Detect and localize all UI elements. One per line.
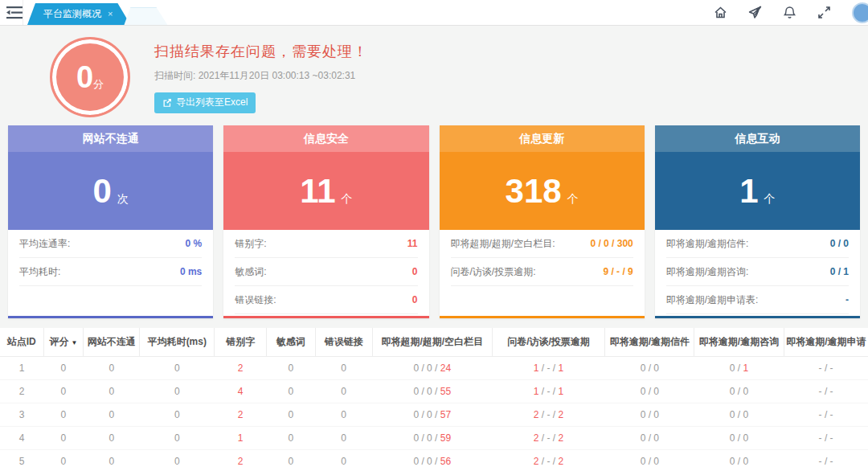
- stat-value: -: [845, 294, 849, 305]
- table-cell: 2: [215, 357, 267, 380]
- table-row: 50002000 / 0 / 562 / - / 20 / 00 / 0- / …: [0, 450, 868, 471]
- card-unit: 个: [764, 192, 776, 207]
- alert-title: 扫描结果存在问题，需要处理！: [154, 42, 368, 61]
- table-cell: - / -: [784, 450, 868, 471]
- table-cell: 2 / - / 2: [492, 427, 604, 450]
- stat-value: 0 / 0 / 300: [590, 238, 633, 249]
- table-cell: 0: [84, 403, 140, 427]
- column-header[interactable]: 错误链接: [315, 328, 372, 357]
- export-label: 导出列表至Excel: [176, 96, 248, 109]
- column-header[interactable]: 错别字: [215, 328, 267, 357]
- card-unit: 个: [567, 192, 579, 207]
- table-cell: 0: [140, 357, 215, 380]
- card-unit: 次: [117, 192, 129, 207]
- table-cell: 1 / - / 1: [492, 357, 604, 380]
- sites-table-wrap: 站点ID评分▼网站不连通平均耗时(ms)错别字敏感词错误链接即将超期/超期/空白…: [0, 328, 868, 471]
- stat-label: 问卷/访谈/投票逾期:: [451, 265, 536, 279]
- metric-cards: 网站不连通0次平均连通率:0 %平均耗时:0 ms信息安全11个错别字:11敏感…: [0, 125, 868, 318]
- stat-value: 0 %: [186, 238, 203, 249]
- card-stat-row: 即将超期/超期/空白栏目:0 / 0 / 300: [451, 230, 633, 258]
- table-cell: - / -: [784, 403, 868, 427]
- metric-card: 信息安全11个错别字:11敏感词:0错误链接:0: [223, 125, 428, 318]
- table-cell: 0: [315, 403, 372, 427]
- table-cell: 0: [267, 403, 315, 427]
- card-value: 1: [739, 174, 758, 208]
- column-header[interactable]: 即将逾期/逾期申请: [784, 328, 868, 357]
- table-cell: 0 / 0 / 57: [372, 403, 492, 427]
- table-cell: 0: [84, 450, 140, 471]
- card-big-number: 11个: [223, 152, 428, 230]
- table-cell: 2 / - / 2: [492, 450, 604, 471]
- card-stats: 即将超期/超期/空白栏目:0 / 0 / 300问卷/访谈/投票逾期:9 / -…: [440, 230, 645, 316]
- table-cell: 0: [43, 403, 84, 427]
- bell-icon[interactable]: [783, 6, 796, 19]
- stat-value: 0: [412, 294, 418, 305]
- sidebar-toggle-icon[interactable]: [6, 6, 23, 20]
- table-cell: 5: [0, 450, 43, 471]
- table-cell: 0 / 0: [694, 427, 784, 450]
- column-header[interactable]: 问卷/访谈/投票逾期: [492, 328, 604, 357]
- stat-label: 即将逾期/逾期咨询:: [666, 265, 749, 279]
- column-header[interactable]: 敏感词: [267, 328, 315, 357]
- sort-desc-icon[interactable]: ▼: [71, 339, 77, 346]
- column-header[interactable]: 平均耗时(ms): [140, 328, 215, 357]
- ghost-tab: [124, 7, 167, 25]
- stat-value: 0: [412, 266, 418, 277]
- stat-value: 0 ms: [180, 266, 202, 277]
- tab-platform-overview[interactable]: 平台监测概况 ×: [27, 3, 130, 25]
- table-cell: 0: [267, 380, 315, 403]
- send-icon[interactable]: [748, 6, 762, 19]
- table-cell: - / -: [784, 427, 868, 450]
- column-header[interactable]: 即将逾期/逾期信件: [605, 328, 694, 357]
- metric-card: 信息更新318个即将超期/超期/空白栏目:0 / 0 / 300问卷/访谈/投票…: [440, 125, 645, 318]
- table-cell: 0 / 0 / 24: [372, 357, 492, 380]
- home-icon[interactable]: [714, 6, 727, 19]
- card-stat-row: 错别字:11: [235, 230, 417, 258]
- table-cell: 1 / - / 1: [492, 380, 604, 403]
- column-header[interactable]: 即将逾期/逾期咨询: [694, 328, 784, 357]
- table-cell: 0: [43, 380, 84, 403]
- column-header[interactable]: 网站不连通: [84, 328, 140, 357]
- fullscreen-icon[interactable]: [817, 6, 831, 19]
- card-title: 信息更新: [440, 125, 645, 152]
- table-cell: 0 / 0: [694, 403, 784, 427]
- stat-value: 0 / 1: [830, 266, 849, 277]
- card-big-number: 0次: [8, 152, 213, 230]
- table-cell: 2: [215, 450, 267, 471]
- table-cell: 2: [215, 403, 267, 427]
- table-row: 30002000 / 0 / 572 / - / 20 / 00 / 0- / …: [0, 403, 868, 427]
- table-cell: 0 / 1: [694, 357, 784, 380]
- stat-label: 平均耗时:: [19, 265, 60, 279]
- stat-label: 错误链接:: [235, 293, 276, 307]
- table-cell: 0: [140, 450, 215, 471]
- table-cell: 0: [315, 427, 372, 450]
- user-avatar[interactable]: [852, 2, 868, 23]
- tab-label: 平台监测概况: [43, 7, 101, 21]
- topbar-icons: [714, 0, 854, 25]
- table-cell: 0: [43, 427, 84, 450]
- column-header[interactable]: 站点ID: [0, 328, 43, 357]
- stat-label: 错别字:: [235, 237, 266, 251]
- tab-close-icon[interactable]: ×: [108, 10, 113, 18]
- card-big-number: 318个: [440, 152, 645, 230]
- scan-time: 扫描时间: 2021年11月20日 03:00:13 ~03:02:31: [154, 69, 368, 83]
- table-row: 10002000 / 0 / 241 / - / 10 / 00 / 1- / …: [0, 357, 868, 380]
- table-cell: 0 / 0: [605, 403, 694, 427]
- card-stat-row: 错误链接:0: [235, 286, 417, 314]
- stat-label: 敏感词:: [235, 265, 266, 279]
- topbar: 平台监测概况 ×: [0, 0, 868, 26]
- stat-label: 平均连通率:: [19, 237, 70, 251]
- table-header-row: 站点ID评分▼网站不连通平均耗时(ms)错别字敏感词错误链接即将超期/超期/空白…: [0, 328, 868, 357]
- metric-card: 信息互动1个即将逾期/逾期信件:0 / 0即将逾期/逾期咨询:0 / 1即将逾期…: [655, 125, 860, 318]
- table-body: 10002000 / 0 / 241 / - / 10 / 00 / 1- / …: [0, 357, 868, 471]
- table-cell: 0: [84, 380, 140, 403]
- table-cell: 2: [0, 380, 43, 403]
- column-header[interactable]: 即将超期/超期/空白栏目: [372, 328, 492, 357]
- export-excel-button[interactable]: 导出列表至Excel: [154, 92, 256, 113]
- metric-card: 网站不连通0次平均连通率:0 %平均耗时:0 ms: [8, 125, 213, 318]
- table-cell: 0: [140, 380, 215, 403]
- card-title: 网站不连通: [8, 125, 213, 152]
- table-cell: 1: [215, 427, 267, 450]
- card-title: 信息互动: [655, 125, 860, 152]
- column-header[interactable]: 评分▼: [43, 328, 84, 357]
